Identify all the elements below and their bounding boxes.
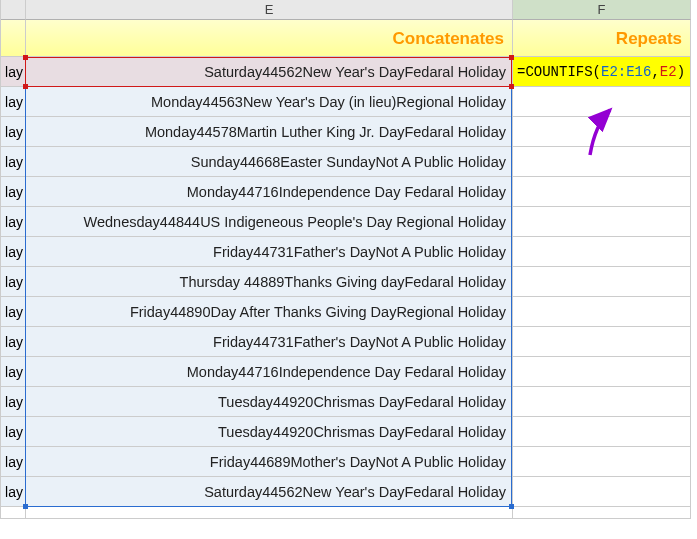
- cell-d-truncated[interactable]: lay: [1, 207, 26, 237]
- cell-concatenate[interactable]: Monday44578Martin Luther King Jr. DayFed…: [26, 117, 513, 147]
- cell-empty[interactable]: [513, 237, 691, 267]
- cell-empty[interactable]: [513, 117, 691, 147]
- col-header-e[interactable]: E: [26, 0, 513, 20]
- formula-prefix: =COUNTIFS(: [517, 64, 601, 80]
- formula-suffix: ): [677, 64, 685, 80]
- cell-concatenate[interactable]: Friday44731Father's DayNot A Public Holi…: [26, 237, 513, 267]
- cell-empty[interactable]: [513, 147, 691, 177]
- cell-d-truncated[interactable]: lay: [1, 267, 26, 297]
- cell-empty[interactable]: [26, 507, 513, 519]
- cell-d-truncated[interactable]: lay: [1, 357, 26, 387]
- header-concatenates[interactable]: Concatenates: [26, 20, 513, 57]
- cell-d-truncated[interactable]: lay: [1, 87, 26, 117]
- cell-concatenate[interactable]: Tuesday44920Chrismas DayFedaral Holiday: [26, 387, 513, 417]
- cell-d-truncated[interactable]: lay: [1, 297, 26, 327]
- cell-concatenate[interactable]: Saturday44562New Year's DayFedaral Holid…: [26, 57, 513, 87]
- cell-d-truncated[interactable]: lay: [1, 387, 26, 417]
- formula-comma: ,: [651, 64, 659, 80]
- cell-d-truncated[interactable]: lay: [1, 147, 26, 177]
- cell-d-truncated[interactable]: lay: [1, 177, 26, 207]
- cell-d-truncated[interactable]: lay: [1, 237, 26, 267]
- cell-empty[interactable]: [513, 507, 691, 519]
- cell-concatenate[interactable]: Friday44689Mother's DayNot A Public Holi…: [26, 447, 513, 477]
- cell-concatenate[interactable]: Monday44716Independence Day Fedaral Holi…: [26, 177, 513, 207]
- cell-empty[interactable]: [513, 177, 691, 207]
- cell-d-truncated[interactable]: [1, 507, 26, 519]
- header-repeats[interactable]: Repeats: [513, 20, 691, 57]
- cell-concatenate[interactable]: Thursday 44889Thanks Giving dayFedaral H…: [26, 267, 513, 297]
- cell-formula[interactable]: =COUNTIFS(E2:E16,E2): [513, 57, 691, 87]
- cell-d-truncated[interactable]: lay: [1, 327, 26, 357]
- cell-empty[interactable]: [513, 297, 691, 327]
- cell-concatenate[interactable]: Sunday44668Easter SundayNot A Public Hol…: [26, 147, 513, 177]
- cell-empty[interactable]: [513, 387, 691, 417]
- cell-concatenate[interactable]: Friday44890Day After Thanks Giving DayRe…: [26, 297, 513, 327]
- cell-empty[interactable]: [513, 417, 691, 447]
- cell-concatenate[interactable]: Saturday44562New Year's DayFedaral Holid…: [26, 477, 513, 507]
- cell-d-truncated[interactable]: lay: [1, 447, 26, 477]
- cell-concatenate[interactable]: Wednesday44844US Indigeneous People's Da…: [26, 207, 513, 237]
- cell-d-truncated[interactable]: lay: [1, 417, 26, 447]
- cell-empty[interactable]: [513, 327, 691, 357]
- cell-empty[interactable]: [513, 477, 691, 507]
- cell-empty[interactable]: [513, 87, 691, 117]
- col-header-d[interactable]: [1, 0, 26, 20]
- formula-arg2: E2: [660, 64, 677, 80]
- col-header-f[interactable]: F: [513, 0, 691, 20]
- cell-d-truncated[interactable]: lay: [1, 117, 26, 147]
- cell-concatenate[interactable]: Monday44716Independence Day Fedaral Holi…: [26, 357, 513, 387]
- cell-empty[interactable]: [513, 357, 691, 387]
- cell-concatenate[interactable]: Friday44731Father's DayNot A Public Holi…: [26, 327, 513, 357]
- cell-d-truncated[interactable]: lay: [1, 477, 26, 507]
- formula-arg1: E2:E16: [601, 64, 651, 80]
- header-d-truncated[interactable]: [1, 20, 26, 57]
- cell-empty[interactable]: [513, 207, 691, 237]
- cell-empty[interactable]: [513, 447, 691, 477]
- cell-empty[interactable]: [513, 267, 691, 297]
- cell-d-truncated[interactable]: lay: [1, 57, 26, 87]
- cell-concatenate[interactable]: Monday44563New Year's Day (in lieu)Regio…: [26, 87, 513, 117]
- cell-concatenate[interactable]: Tuesday44920Chrismas DayFedaral Holiday: [26, 417, 513, 447]
